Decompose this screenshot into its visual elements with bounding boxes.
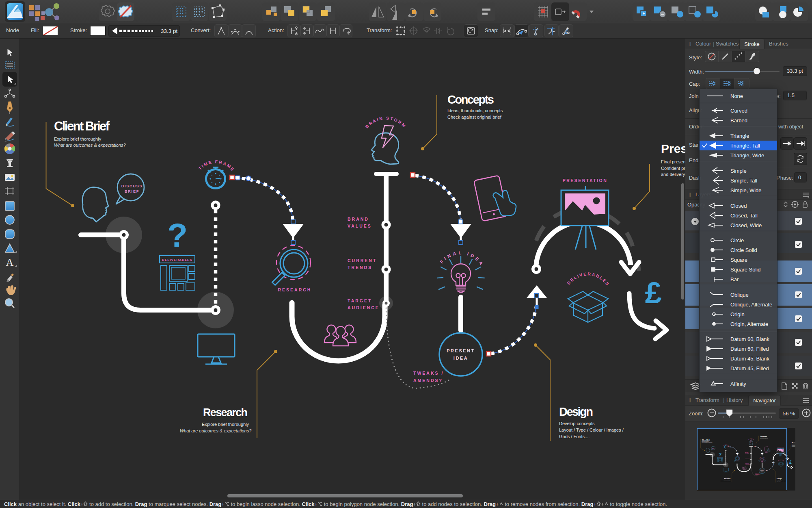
svg-text:Origin: Origin — [730, 311, 745, 317]
svg-text:Triangle: Triangle — [730, 133, 749, 139]
svg-text:Curved: Curved — [730, 108, 747, 114]
svg-text:Origin, Alternate: Origin, Alternate — [730, 321, 768, 327]
svg-text:Closed: Closed — [730, 203, 747, 209]
svg-text:Simple: Simple — [730, 168, 747, 174]
svg-text:Simple, Wide: Simple, Wide — [730, 187, 762, 193]
svg-text:Bar: Bar — [730, 276, 739, 282]
svg-text:Square Solid: Square Solid — [730, 267, 760, 273]
svg-text:Triangle, Wide: Triangle, Wide — [730, 152, 764, 158]
svg-text:Datum 60, Blank: Datum 60, Blank — [730, 336, 770, 342]
svg-text:Closed, Wide: Closed, Wide — [730, 222, 762, 228]
svg-text:Simple, Tall: Simple, Tall — [730, 178, 757, 184]
svg-text:Barbed: Barbed — [730, 117, 747, 124]
svg-text:Circle Solid: Circle Solid — [730, 247, 757, 253]
svg-text:Affinity: Affinity — [730, 381, 746, 387]
svg-text:Circle: Circle — [730, 237, 744, 243]
svg-text:Triangle, Tall: Triangle, Tall — [730, 143, 760, 149]
svg-text:Datum 60, Filled: Datum 60, Filled — [730, 346, 769, 352]
svg-text:Oblique, Alternate: Oblique, Alternate — [730, 302, 772, 308]
svg-text:A: A — [6, 256, 14, 268]
svg-text:Datum 45, Filled: Datum 45, Filled — [730, 365, 769, 371]
svg-text:Datum 45, Blank: Datum 45, Blank — [730, 356, 770, 362]
svg-text:33.3 pt: 33.3 pt — [161, 28, 178, 34]
svg-text:Oblique: Oblique — [730, 292, 749, 298]
svg-text:Square: Square — [730, 257, 747, 263]
svg-text:None: None — [730, 93, 743, 99]
svg-text:Closed, Tall: Closed, Tall — [730, 213, 758, 219]
